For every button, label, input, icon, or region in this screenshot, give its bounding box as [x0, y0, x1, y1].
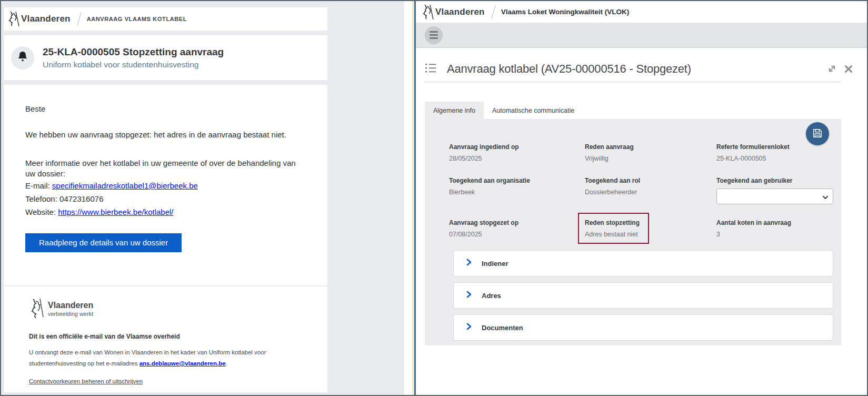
footer-info-suffix: .	[226, 360, 227, 367]
vlok-toolbar	[416, 23, 868, 48]
hamburger-icon	[430, 34, 438, 36]
bell-icon	[17, 51, 28, 65]
email-paragraph-info: Meer informatie over het kotlabel in uw …	[25, 158, 303, 180]
dialog-tabs: Algemene info Automatische communicatie	[425, 102, 841, 119]
field-value: 3	[716, 231, 833, 238]
field-aanvraag-stopgezet-op: Aanvraag stopgezet op 07/08/2025	[449, 219, 585, 239]
field-value: 07/08/2025	[449, 231, 585, 238]
title-divider	[425, 82, 841, 82]
close-dialog-button[interactable]	[844, 64, 853, 74]
flemish-lion-icon	[422, 4, 434, 21]
vlok-app-pane: Vlaanderen Vlaams Loket Woningkwaliteit …	[416, 1, 868, 395]
accordion-label: Adres	[482, 292, 501, 300]
email-subject-card: 25-KLA-0000505 Stopzetting aanvraag Unif…	[4, 35, 327, 80]
view-dossier-button[interactable]: Raadpleeg de details van uw dossier	[25, 233, 182, 252]
email-contact-phone-line: Telefoon: 0472316076	[25, 192, 306, 205]
vlok-app-name: Vlaams Loket Woningkwaliteit (VLOK)	[501, 8, 630, 16]
email-subject-title: 25-KLA-0000505 Stopzetting aanvraag	[43, 46, 224, 58]
email-contact-email-line: E-mail: specifiekmailadreskotlabel1@bier…	[25, 179, 306, 192]
field-value: Adres bestaat niet	[585, 231, 640, 238]
dialog-title-row: Aanvraag kotlabel (AV25-00000516 - Stopg…	[425, 62, 841, 76]
footer-logo-text: Vlaanderen verbeelding werkt	[48, 301, 93, 317]
dialog-window-controls	[827, 64, 853, 74]
field-label: Aantal koten in aanvraag	[716, 219, 833, 226]
email-paragraph-stopgezet: We hebben uw aanvraag stopgezet: het adr…	[25, 130, 306, 140]
vlaanderen-logo: Vlaanderen	[7, 11, 71, 27]
save-floppy-icon	[812, 127, 823, 141]
breadcrumb-slash	[77, 12, 81, 25]
vlaanderen-footer-logo: Vlaanderen verbeelding werkt	[29, 296, 306, 321]
accordion-documenten[interactable]: Documenten	[453, 314, 833, 341]
assigned-user-select-wrap	[716, 189, 833, 204]
chevron-right-icon	[466, 259, 472, 268]
algemene-info-panel: Aanvraag ingediend op 28/05/2025 Reden a…	[425, 119, 841, 345]
aanvraag-detail-dialog: Aanvraag kotlabel (AV25-00000516 - Stopg…	[416, 48, 868, 395]
expand-dialog-button[interactable]	[827, 64, 837, 74]
breadcrumb-slash	[491, 5, 495, 18]
field-reden-aanvraag: Reden aanvraag Vrijwillig	[585, 143, 716, 162]
field-value: 28/05/2025	[449, 155, 585, 162]
accordion-label: Indiener	[482, 260, 508, 268]
tab-automatische-communicatie[interactable]: Automatische communicatie	[484, 102, 583, 119]
numbered-list-icon	[425, 62, 436, 76]
field-reden-stopzetting: Reden stopzetting Adres bestaat niet	[585, 219, 716, 239]
accordion-indiener[interactable]: Indiener	[453, 250, 833, 276]
vlaanderen-logo: Vlaanderen	[422, 4, 485, 21]
field-value: Vrijwillig	[585, 155, 716, 162]
tab-algemene-info[interactable]: Algemene info	[425, 102, 484, 119]
field-label: Reden aanvraag	[585, 143, 716, 151]
save-button[interactable]	[806, 122, 829, 145]
unsubscribe-link[interactable]: Contactvoorkeuren beheren of uitschrijve…	[29, 378, 143, 384]
dossier-form-grid: Aanvraag ingediend op 28/05/2025 Reden a…	[449, 143, 833, 239]
field-label: Toegekend aan organisatie	[449, 177, 585, 184]
field-label: Toegekend aan gebruiker	[716, 177, 833, 184]
vlok-header-bar: Vlaanderen Vlaams Loket Woningkwaliteit …	[416, 1, 868, 23]
hamburger-icon	[430, 31, 438, 33]
field-toegekend-aan-gebruiker: Toegekend aan gebruiker	[716, 177, 833, 204]
email-preview-pane: Vlaanderen AANVRAAG VLAAMS KOTLABEL 25-K…	[1, 1, 404, 395]
email-header-bar: Vlaanderen AANVRAAG VLAAMS KOTLABEL	[4, 7, 327, 31]
official-email-notice: Dit is een officiële e-mail van de Vlaam…	[29, 333, 306, 340]
field-aantal-koten: Aantal koten in aanvraag 3	[716, 219, 833, 239]
footer-brand-name: Vlaanderen	[48, 301, 93, 310]
field-label: Aanvraag ingediend op	[449, 143, 585, 151]
field-label: Aanvraag stopgezet op	[449, 219, 585, 226]
brand-name: Vlaanderen	[21, 14, 71, 24]
field-value: 25-KLA-0000505	[716, 155, 833, 162]
footer-tagline: verbeelding werkt	[48, 311, 93, 317]
assigned-user-select[interactable]	[716, 189, 833, 204]
brand-name: Vlaanderen	[435, 7, 485, 17]
split-view-window: Vlaanderen AANVRAAG VLAAMS KOTLABEL 25-K…	[1, 1, 867, 395]
field-aanvraag-ingediend-op: Aanvraag ingediend op 28/05/2025	[449, 143, 585, 162]
chevron-right-icon	[466, 323, 472, 332]
email-footer-card: Vlaanderen verbeelding werkt Dit is een …	[4, 286, 327, 392]
flemish-lion-icon	[7, 11, 20, 27]
close-icon	[844, 67, 853, 75]
field-toegekend-aan-rol: Toegekend aan rol Dossierbeheerder	[585, 177, 716, 204]
hamburger-icon	[430, 37, 438, 39]
field-value: Bierbeek	[449, 189, 585, 196]
field-toegekend-aan-organisatie: Toegekend aan organisatie Bierbeek	[449, 177, 585, 204]
chevron-right-icon	[466, 291, 472, 300]
municipality-email-link[interactable]: specifiekmailadreskotlabel1@bierbeek.be	[52, 181, 198, 190]
recipient-email-link[interactable]: ans.deblauwe@vlaanderen.be	[139, 360, 226, 367]
field-label: Reden stopzetting	[585, 219, 640, 226]
field-referte-formulierenloket: Referte formulierenloket 25-KLA-0000505	[716, 143, 833, 162]
email-greeting: Beste	[25, 104, 306, 114]
accordion-label: Documenten	[482, 324, 523, 332]
accordion-adres[interactable]: Adres	[453, 282, 833, 309]
website-label: Website:	[25, 207, 58, 216]
municipality-website-link[interactable]: https://www.bierbeek.be/kotlabel/	[58, 207, 173, 216]
email-subject-subtitle: Uniform kotlabel voor studentenhuisvesti…	[43, 60, 224, 70]
pane-gutter	[404, 1, 412, 395]
notification-bell-badge	[11, 46, 34, 70]
field-value: Dossierbeheerder	[585, 189, 716, 196]
field-label: Toegekend aan rol	[585, 177, 716, 184]
reden-stopzetting-highlight-box: Reden stopzetting Adres bestaat niet	[578, 213, 649, 244]
accordion-list: Indiener Adres	[453, 250, 833, 341]
email-body-card: Beste We hebben uw aanvraag stopgezet: h…	[4, 85, 327, 285]
email-subject-block: 25-KLA-0000505 Stopzetting aanvraag Unif…	[43, 46, 224, 70]
flemish-lion-icon	[29, 296, 46, 321]
email-contact-website-line: Website: https://www.bierbeek.be/kotlabe…	[25, 205, 306, 219]
hamburger-menu-button[interactable]	[425, 26, 443, 44]
